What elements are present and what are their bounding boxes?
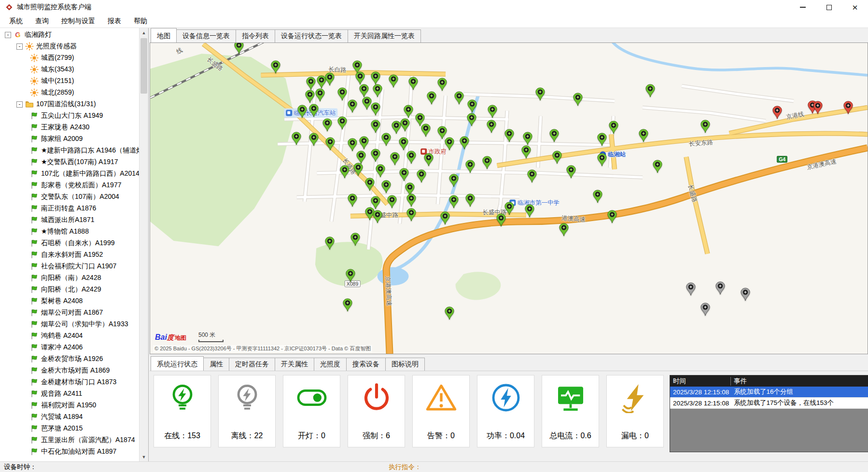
tree-device-1-22[interactable]: 金桥大市场对面 A1869 xyxy=(0,365,139,376)
tree-group-1[interactable]: -107国道沿线(31/31) xyxy=(0,98,139,110)
device-pin-online[interactable] xyxy=(305,90,315,103)
device-pin-online[interactable] xyxy=(371,102,380,116)
device-pin-online[interactable] xyxy=(315,88,325,102)
device-pin-online[interactable] xyxy=(348,138,357,152)
event-log-row[interactable]: 2025/3/28 12:15:08系统加载了175个设备，在线153个 xyxy=(670,398,868,409)
device-pin-alarm[interactable] xyxy=(813,101,823,114)
device-pin-online[interactable] xyxy=(639,129,648,142)
tree-device-1-0[interactable]: 五尖山大门东 A1949 xyxy=(0,110,139,122)
tree-device-1-24[interactable]: 观音路 A2411 xyxy=(0,388,139,400)
device-pin-online[interactable] xyxy=(609,121,618,134)
tree-device-1-29[interactable]: 中石化加油站对面 A1897 xyxy=(0,446,139,458)
menu-item-1[interactable]: 查询 xyxy=(29,15,55,28)
tree-device-1-23[interactable]: 金桥建材市场门口 A1873 xyxy=(0,376,139,388)
bottom-tab-1[interactable]: 属性 xyxy=(203,358,229,371)
main-tab-3[interactable]: 设备运行状态一览表 xyxy=(275,29,348,42)
main-tab-4[interactable]: 开关回路属性一览表 xyxy=(348,29,421,42)
bottom-tab-4[interactable]: 光照度 xyxy=(314,358,347,371)
device-pin-online[interactable] xyxy=(381,180,391,194)
tree-device-1-11[interactable]: 石咀桥（自来水）A1999 xyxy=(0,237,139,249)
maximize-button[interactable] xyxy=(816,0,842,14)
device-pin-online[interactable] xyxy=(593,190,602,203)
device-pin-online[interactable] xyxy=(597,133,607,146)
device-pin-online[interactable] xyxy=(348,194,357,207)
device-pin-online[interactable] xyxy=(353,163,363,176)
device-pin-offline[interactable] xyxy=(741,288,750,301)
device-pin-online[interactable] xyxy=(523,132,532,145)
device-pin-online[interactable] xyxy=(271,60,280,74)
device-pin-online[interactable] xyxy=(437,78,447,91)
tree-device-1-8[interactable]: 南正街转盘 A1876 xyxy=(0,203,139,214)
tree-device-1-1[interactable]: 王家珑巷 A2430 xyxy=(0,122,139,133)
device-pin-online[interactable] xyxy=(408,77,418,90)
bottom-tab-5[interactable]: 搜索设备 xyxy=(346,358,386,371)
tree-device-1-16[interactable]: 梨树巷 A2408 xyxy=(0,295,139,307)
tree-scrollbar[interactable]: ▲ ▼ xyxy=(139,28,148,461)
device-pin-online[interactable] xyxy=(297,105,307,118)
tree-device-1-2[interactable]: 陈家组 A2009 xyxy=(0,133,139,145)
device-pin-online[interactable] xyxy=(566,165,576,179)
device-pin-online[interactable] xyxy=(440,211,450,225)
bottom-tab-6[interactable]: 图标说明 xyxy=(385,358,425,371)
device-pin-online[interactable] xyxy=(325,137,335,151)
device-pin-online[interactable] xyxy=(454,91,464,105)
device-pin-online[interactable] xyxy=(525,204,534,218)
tree-device-1-15[interactable]: 向阳桥（北）A2429 xyxy=(0,284,139,295)
menu-item-4[interactable]: 帮助 xyxy=(127,15,154,28)
menu-item-0[interactable]: 系统 xyxy=(3,15,29,28)
device-pin-online[interactable] xyxy=(482,156,492,169)
device-pin-online[interactable] xyxy=(371,71,380,85)
tree-device-1-12[interactable]: 自来水斜对面 A1952 xyxy=(0,249,139,261)
device-pin-online[interactable] xyxy=(390,152,400,166)
device-pin-online[interactable] xyxy=(371,120,380,133)
device-pin-offline[interactable] xyxy=(686,282,696,296)
tree-device-1-21[interactable]: 金桥农贸市场 A1926 xyxy=(0,353,139,365)
device-pin-online[interactable] xyxy=(400,118,410,132)
device-pin-online[interactable] xyxy=(399,137,408,151)
tree-device-1-5[interactable]: 107北（建新中路路口西）A2014 xyxy=(0,168,139,180)
device-pin-online[interactable] xyxy=(417,169,426,183)
tree-device-0-1[interactable]: 城东(3543) xyxy=(0,64,139,75)
device-pin-online[interactable] xyxy=(387,195,397,208)
device-pin-online[interactable] xyxy=(504,129,514,142)
device-pin-online[interactable] xyxy=(306,77,316,90)
device-pin-online[interactable] xyxy=(309,133,319,146)
tree-root-item[interactable]: -G临湘路灯 xyxy=(0,29,139,41)
device-pin-alarm[interactable] xyxy=(843,101,853,114)
bottom-tab-3[interactable]: 开关属性 xyxy=(275,358,314,371)
device-pin-online[interactable] xyxy=(373,84,382,97)
device-pin-online[interactable] xyxy=(645,84,655,97)
tree-expander-icon[interactable]: - xyxy=(5,32,11,38)
device-pin-online[interactable] xyxy=(573,93,583,106)
device-pin-online[interactable] xyxy=(343,298,352,312)
device-pin-online[interactable] xyxy=(467,113,476,126)
device-pin-online[interactable] xyxy=(404,105,413,118)
tree-device-0-0[interactable]: 城西(2799) xyxy=(0,52,139,64)
tree-expander-icon[interactable]: - xyxy=(16,43,23,50)
device-pin-online[interactable] xyxy=(449,195,459,208)
device-pin-online[interactable] xyxy=(381,133,391,146)
device-pin-online[interactable] xyxy=(521,145,531,159)
device-pin-online[interactable] xyxy=(348,99,357,113)
device-pin-online[interactable] xyxy=(234,42,244,54)
device-pin-online[interactable] xyxy=(597,153,607,167)
tree-device-1-14[interactable]: 向阳桥（南）A2428 xyxy=(0,272,139,284)
minimize-button[interactable] xyxy=(790,0,816,14)
device-pin-online[interactable] xyxy=(552,151,562,164)
scrollbar-thumb[interactable] xyxy=(140,38,147,94)
tree-group-0[interactable]: -光照度传感器 xyxy=(0,41,139,52)
device-pin-online[interactable] xyxy=(549,129,559,142)
device-pin-online[interactable] xyxy=(371,149,380,162)
tree-device-1-3[interactable]: ★建新中路路口东 A1946（辅道灯） xyxy=(0,145,139,156)
device-pin-online[interactable] xyxy=(487,120,496,133)
device-pin-online[interactable] xyxy=(322,118,332,132)
device-pin-online[interactable] xyxy=(373,210,382,223)
device-pin-online[interactable] xyxy=(496,213,506,227)
device-pin-online[interactable] xyxy=(399,168,409,181)
device-pin-online[interactable] xyxy=(504,202,514,215)
tree-device-1-7[interactable]: 交警队东（107南）A2004 xyxy=(0,191,139,203)
device-pin-offline[interactable] xyxy=(715,281,725,295)
tree-device-1-18[interactable]: 烟草公司（求知中学）A1933 xyxy=(0,319,139,330)
device-pin-online[interactable] xyxy=(292,132,301,145)
tree-device-1-9[interactable]: 城西派出所A1871 xyxy=(0,214,139,226)
